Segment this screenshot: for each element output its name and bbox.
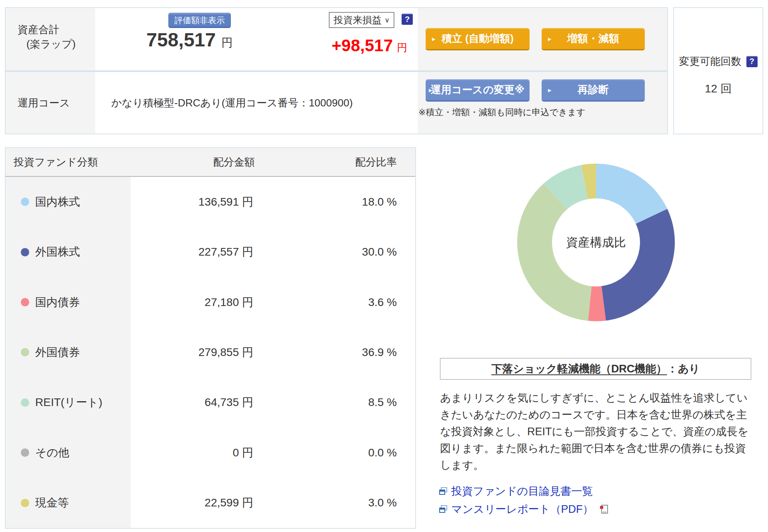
allocation-ratio-cell: 3.6 % <box>263 277 415 327</box>
course-description: あまりリスクを気にしすぎずに、とことん収益性を追求していきたいあなたのためのコー… <box>440 390 756 474</box>
asset-summary-box: 資産合計 (楽ラップ) 評価額非表示 758,517 円 投資来損益 ∨ ? +… <box>5 7 668 134</box>
fund-category-cell: 外国株式 <box>6 227 131 277</box>
category-label: その他 <box>35 445 69 460</box>
document-links: 投資ファンドの目論見書一覧 マンスリーレポート（PDF） <box>439 484 608 516</box>
asset-total-row: 資産合計 (楽ラップ) 評価額非表示 758,517 円 投資来損益 ∨ ? +… <box>6 8 667 72</box>
allocation-amount-cell: 0 円 <box>131 428 263 478</box>
fund-category-cell: REIT(リート) <box>6 378 131 428</box>
fund-category-cell: 国内債券 <box>6 277 131 327</box>
category-color-dot <box>21 298 29 306</box>
profit-loss-amount: +98,517 円 <box>311 36 407 55</box>
pl-period-selected-value: 投資来損益 <box>334 14 382 26</box>
course-change-note: ※積立・増額・減額も同時に申込できます <box>418 106 586 118</box>
asset-actions-cell: ▸ 積立 (自動増額) ▸ 増額・減額 <box>418 8 667 70</box>
pl-period-select[interactable]: 投資来損益 ∨ <box>329 12 394 28</box>
allocation-ratio-cell: 8.5 % <box>263 378 415 428</box>
course-change-button[interactable]: ▸ 運用コースの変更※ <box>426 79 530 102</box>
allocation-ratio-cell: 36.9 % <box>263 327 415 377</box>
allocation-amount-cell: 22,599 円 <box>131 478 263 528</box>
arrow-right-icon: ▸ <box>548 34 552 43</box>
donut-segment-外国株式 <box>602 209 675 320</box>
category-color-dot <box>21 348 29 356</box>
allocation-ratio-cell: 0.0 % <box>263 428 415 478</box>
allocation-table: 投資ファンド分類 配分金額 配分比率 国内株式136,591 円18.0 %外国… <box>5 147 416 529</box>
arrow-right-icon: ▸ <box>548 86 552 94</box>
asset-composition-donut-chart: 資産構成比 <box>514 161 678 324</box>
drc-feature-box: 下落ショック軽減機能（DRC機能） ：あり <box>440 358 751 380</box>
change-count-help-icon[interactable]: ? <box>746 56 758 67</box>
monthly-report-link[interactable]: マンスリーレポート（PDF） <box>439 502 608 516</box>
allocation-amount-cell: 279,855 円 <box>131 327 263 377</box>
change-count-value: 12 回 <box>705 81 732 96</box>
drc-feature-status: ：あり <box>667 362 700 376</box>
total-amount-unit: 円 <box>222 35 233 50</box>
category-label: 外国債券 <box>35 345 80 360</box>
table-row: 外国債券279,855 円36.9 % <box>6 327 415 377</box>
fund-category-cell: 国内株式 <box>6 177 131 227</box>
allocation-ratio-cell: 3.0 % <box>263 478 415 528</box>
donut-segment-外国債券 <box>517 183 592 321</box>
chevron-down-icon: ∨ <box>385 16 390 24</box>
fund-category-cell: 現金等 <box>6 478 131 528</box>
category-color-dot <box>21 499 29 507</box>
table-row: その他0 円0.0 % <box>6 428 415 478</box>
category-color-dot <box>21 248 29 256</box>
allocation-amount-cell: 227,557 円 <box>131 227 263 277</box>
profit-loss-value: +98,517 <box>332 36 393 55</box>
window-icon <box>439 487 447 495</box>
asset-total-value-cell: 評価額非表示 758,517 円 投資来損益 ∨ ? +98,517 円 <box>95 8 418 70</box>
category-color-dot <box>21 448 29 457</box>
course-label: 運用コース <box>6 72 95 134</box>
change-count-label: 変更可能回数 <box>679 54 742 68</box>
allocation-ratio-cell: 18.0 % <box>263 177 415 227</box>
allocation-amount-cell: 136,591 円 <box>131 177 263 227</box>
category-label: REIT(リート) <box>35 395 102 410</box>
table-row: 現金等22,599 円3.0 % <box>6 478 415 528</box>
course-actions-cell: ▸ 運用コースの変更※ ▸ 再診断 ※積立・増額・減額も同時に申込できます <box>418 72 667 134</box>
total-amount-value: 758,517 <box>146 29 216 51</box>
arrow-right-icon: ▸ <box>429 86 432 94</box>
rediagnosis-button[interactable]: ▸ 再診断 <box>542 79 645 102</box>
allocation-table-body: 国内株式136,591 円18.0 %外国株式227,557 円30.0 %国内… <box>6 177 415 528</box>
course-row: 運用コース かなり積極型-DRCあり(運用コース番号：1000900) ▸ 運用… <box>6 72 667 134</box>
window-icon <box>439 505 447 513</box>
hide-valuation-button[interactable]: 評価額非表示 <box>168 13 231 28</box>
change-count-box: 変更可能回数 ? 12 回 <box>673 7 763 134</box>
tsumitate-button[interactable]: ▸ 積立 (自動増額) <box>426 28 530 50</box>
zougaku-gengaku-button[interactable]: ▸ 増額・減額 <box>542 28 645 50</box>
header-fund-category: 投資ファンド分類 <box>6 155 131 169</box>
allocation-amount-cell: 27,180 円 <box>131 277 263 327</box>
drc-feature-link[interactable]: 下落ショック軽減機能（DRC機能） <box>491 362 667 376</box>
prospectus-link[interactable]: 投資ファンドの目論見書一覧 <box>439 484 608 498</box>
header-allocation-ratio: 配分比率 <box>263 155 415 169</box>
table-row: 国内株式136,591 円18.0 % <box>6 177 415 227</box>
donut-center-label: 資産構成比 <box>566 236 626 249</box>
allocation-table-header: 投資ファンド分類 配分金額 配分比率 <box>6 148 415 177</box>
table-row: 国内債券27,180 円3.6 % <box>6 277 415 327</box>
fund-category-cell: その他 <box>6 428 131 478</box>
arrow-right-icon: ▸ <box>432 34 436 43</box>
allocation-ratio-cell: 30.0 % <box>263 227 415 277</box>
profit-loss-unit: 円 <box>397 41 407 55</box>
fund-category-cell: 外国債券 <box>6 327 131 377</box>
category-color-dot <box>21 198 29 206</box>
table-row: REIT(リート)64,735 円8.5 % <box>6 378 415 428</box>
allocation-amount-cell: 64,735 円 <box>131 378 263 428</box>
category-label: 国内債券 <box>35 295 80 310</box>
category-label: 外国株式 <box>35 244 80 260</box>
course-value-cell: かなり積極型-DRCあり(運用コース番号：1000900) <box>95 72 418 134</box>
course-name: かなり積極型-DRCあり(運用コース番号：1000900) <box>111 96 353 110</box>
category-label: 現金等 <box>35 495 69 510</box>
asset-total-label: 資産合計 (楽ラップ) <box>6 8 95 70</box>
category-color-dot <box>21 398 29 407</box>
table-row: 外国株式227,557 円30.0 % <box>6 227 415 277</box>
category-label: 国内株式 <box>35 194 80 210</box>
pdf-file-icon <box>600 504 608 514</box>
pl-help-icon[interactable]: ? <box>402 14 413 25</box>
total-asset-amount: 758,517 円 <box>146 29 233 51</box>
header-allocation-amount: 配分金額 <box>131 155 263 169</box>
